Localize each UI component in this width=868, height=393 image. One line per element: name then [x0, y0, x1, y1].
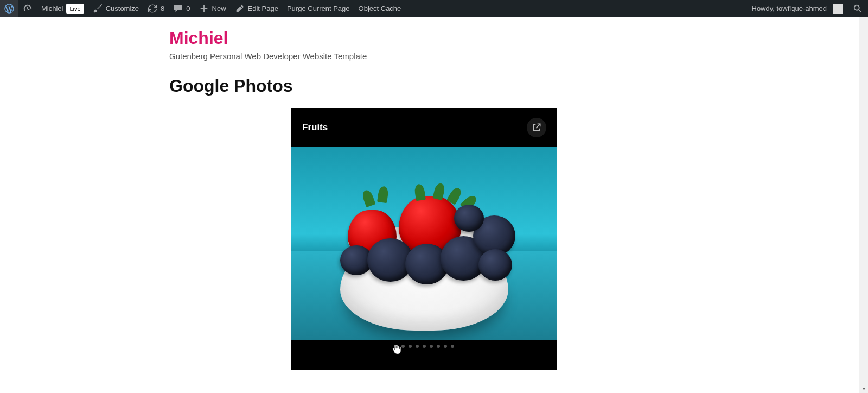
- wordpress-icon: [4, 4, 14, 14]
- site-name[interactable]: Michiel Live: [37, 0, 88, 17]
- open-in-new-icon: [531, 122, 542, 133]
- site-name-label: Michiel: [41, 0, 63, 17]
- gphotos-header: Fruits: [291, 108, 557, 147]
- revisions-link[interactable]: 8: [143, 0, 169, 17]
- avatar: [833, 4, 843, 14]
- customize-label: Customize: [106, 0, 139, 17]
- dashboard-icon-item[interactable]: [18, 0, 37, 17]
- wp-logo[interactable]: [0, 0, 18, 17]
- window-scrollbar[interactable]: ▴ ▾: [859, 0, 868, 391]
- plus-icon: [199, 4, 209, 14]
- object-cache-label: Object Cache: [359, 0, 401, 17]
- pagination-dot[interactable]: [437, 345, 440, 348]
- pagination-dot[interactable]: [409, 345, 412, 348]
- edit-page-link[interactable]: Edit Page: [231, 0, 283, 17]
- refresh-icon: [148, 4, 157, 14]
- pagination-dot[interactable]: [451, 345, 454, 348]
- comments-count: 0: [186, 0, 190, 17]
- revisions-count: 8: [161, 0, 164, 17]
- site-title[interactable]: Michiel: [169, 28, 679, 48]
- howdy-label: Howdy, towfique-ahmed: [752, 0, 827, 17]
- pagination-dot[interactable]: [430, 345, 433, 348]
- howdy-user[interactable]: Howdy, towfique-ahmed: [748, 0, 848, 17]
- gauge-icon: [23, 4, 33, 14]
- live-badge: Live: [66, 4, 84, 14]
- pagination-dot[interactable]: [416, 345, 419, 348]
- comments-link[interactable]: 0: [169, 0, 194, 17]
- edit-page-label: Edit Page: [248, 0, 278, 17]
- google-photos-card: Fruits: [291, 108, 557, 370]
- open-in-new-button[interactable]: [527, 118, 546, 137]
- purge-current-link[interactable]: Purge Current Page: [283, 0, 354, 17]
- gphotos-image[interactable]: [291, 147, 557, 340]
- hand-cursor-icon: [392, 344, 401, 356]
- pagination-dot[interactable]: [401, 345, 405, 348]
- scroll-down-arrow[interactable]: ▾: [859, 384, 868, 391]
- gphotos-pagination-dots: [291, 340, 557, 370]
- paintbrush-icon: [93, 4, 103, 14]
- new-label: New: [212, 0, 226, 17]
- pagination-dot[interactable]: [444, 345, 447, 348]
- gphotos-album-title: Fruits: [302, 122, 328, 133]
- pagination-dot[interactable]: [423, 345, 426, 348]
- object-cache-link[interactable]: Object Cache: [354, 0, 406, 17]
- site-tagline: Gutenberg Personal Web Developer Website…: [169, 52, 679, 61]
- comment-icon: [173, 4, 183, 14]
- search-icon: [853, 4, 863, 14]
- customize-link[interactable]: Customize: [88, 0, 143, 17]
- page-title: Google Photos: [169, 76, 679, 96]
- new-link[interactable]: New: [195, 0, 231, 17]
- fruit-illustration: [335, 194, 514, 275]
- search-toggle[interactable]: [847, 0, 868, 17]
- purge-current-label: Purge Current Page: [287, 0, 350, 17]
- pencil-icon: [235, 4, 245, 14]
- wp-admin-bar: Michiel Live Customize 8 0 New: [0, 0, 868, 17]
